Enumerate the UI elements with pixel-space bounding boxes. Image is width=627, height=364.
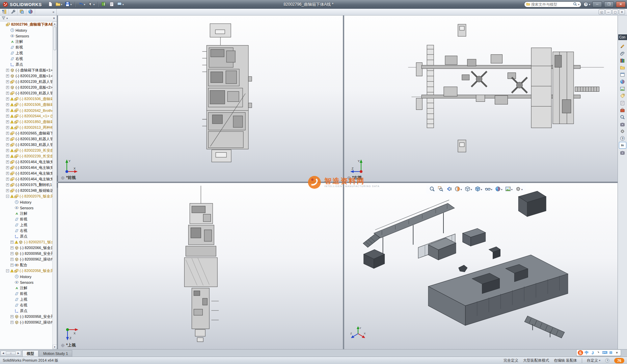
tree-item[interactable]: A注解 [0,285,52,291]
expand-box[interactable]: + [6,92,9,95]
tree-item[interactable]: +(-) 82002644_<1> (默认 [0,113,52,119]
task-pane-header[interactable]: Con [618,34,627,40]
restore-button[interactable]: ❐ [604,1,614,7]
scroll-down-icon[interactable]: ▼ [53,345,57,349]
tree-item[interactable]: +(-) 82002613_两种框架 [0,125,52,130]
edit-appearance-button[interactable]: ▾ [495,186,503,193]
expand-box[interactable]: + [6,86,9,89]
task-pane-help-icon[interactable]: ? [619,135,626,142]
viewport-horizontal-splitter[interactable] [58,182,618,183]
tree-item[interactable]: −(-) 82002058_钣金房 [0,268,52,274]
tree-item[interactable]: A注解 [0,211,52,216]
tree-item[interactable]: +(-) 82002239_长安曲轴 [0,153,52,159]
expand-box[interactable]: + [6,97,9,100]
viewport-right[interactable]: YZ *右视 [344,16,618,182]
tree-item[interactable]: −(-) 82002076_钣金房组 [0,193,52,199]
tree-item[interactable]: +(-) 82001209_底板<2> (默 [0,85,52,90]
doc-maximize-icon[interactable]: ▢ [612,9,618,14]
section-view-button[interactable]: ▾ [454,186,462,193]
task-pane-capture-icon[interactable] [619,149,626,156]
tree-item[interactable]: Sensors [0,33,52,39]
tree-item[interactable]: +(-) 82001464_电主轴支架 [0,176,52,182]
tree-item[interactable]: 右视 [0,302,52,308]
tree-item[interactable]: 右视 [0,56,52,62]
tab-motion-study-1[interactable]: Motion Study 1 [39,350,72,357]
expand-box[interactable]: + [10,246,13,249]
expand-box[interactable]: + [6,189,9,192]
edit-component-button[interactable] [100,1,108,8]
scroll-right-icon[interactable]: ▶ [16,351,21,355]
tree-item[interactable]: 上视 [0,222,52,228]
tree-item[interactable]: +(-) 82001348_板链输送机 [0,188,52,193]
search-chevron-icon[interactable]: ▾ [578,3,579,6]
doc-minimize-icon[interactable]: ─ [605,9,611,14]
tree-item[interactable]: +(-) 82002071_钣金 [0,239,52,245]
help-button[interactable]: ? ▾ [583,2,590,7]
expand-box[interactable]: + [10,252,13,255]
zoom-fit-button[interactable] [429,186,435,193]
expand-box[interactable]: + [6,80,9,83]
tree-item[interactable]: +(-) 82002066_钣金房 [0,245,52,251]
tree-item[interactable]: 前视 [0,44,52,50]
expand-box[interactable]: + [10,321,13,324]
tree-item[interactable]: 82002796_曲轴箱下体A线 [0,22,52,27]
tree-item[interactable]: 前视 [0,216,52,222]
task-pane-scenes-icon[interactable] [619,85,626,92]
ime-item[interactable]: 中 [584,350,589,355]
scrollbar-thumb[interactable]: ||| [6,352,16,355]
expand-box[interactable]: + [6,126,9,129]
tree-item[interactable]: Sensors [0,279,52,285]
collapse-box[interactable]: − [6,195,9,198]
hide-show-items-button[interactable]: ▾ [485,186,493,193]
ime-item[interactable]: ⌨ [602,350,607,355]
tree-item[interactable]: +(-) 82001383_机器人管线 [0,142,52,148]
propertymanager-tab[interactable] [9,9,18,15]
zoom-area-button[interactable] [437,186,444,193]
tree-item[interactable]: Sensors [0,205,52,211]
task-pane-instant-tool-icon[interactable]: In [619,142,626,149]
minimize-button[interactable]: ─ [592,1,602,7]
displaymanager-tab[interactable] [26,9,35,15]
search-icon[interactable] [573,2,577,7]
expand-box[interactable]: + [6,69,9,72]
tree-item[interactable]: +(-) 82002642_Brother [0,108,52,113]
tree-item[interactable]: +(-) 82001239_机器人管线 [0,90,52,96]
tree-item[interactable]: A注解 [0,39,52,44]
tree-item[interactable]: +(-) 82001506_曲轴箱双 [0,102,52,108]
status-customize-button[interactable]: 自定义▾ [587,358,600,363]
tree-item[interactable]: +(-) 82002239_长安曲轴 [0,148,52,153]
tree-item[interactable]: +(-) 82000962_操动件 [0,320,52,325]
previous-view-button[interactable] [446,186,452,193]
expand-box[interactable]: + [10,241,13,244]
tree-item[interactable]: History [0,27,52,33]
expand-box[interactable]: + [6,143,9,146]
task-pane-file-explorer-icon[interactable] [619,64,626,71]
collapse-box[interactable]: − [6,269,9,272]
tree-item[interactable]: +(-) 82000958_安全开关 [0,251,52,256]
expand-box[interactable]: + [6,149,9,152]
undo-button[interactable]: ▾ [77,1,86,8]
expand-box[interactable]: + [6,103,9,106]
expand-box[interactable]: + [6,155,9,158]
configurationmanager-tab[interactable] [18,9,26,15]
scroll-up-icon[interactable]: ▲ [53,22,57,26]
status-help-icon[interactable]: ? [605,358,609,363]
tree-item[interactable]: History [0,274,52,279]
tabs-overflow-button[interactable]: » [50,10,56,14]
tree-item[interactable]: 原点 [0,308,52,314]
tree-item[interactable]: +(-) 82001464_电主轴支架 [0,165,52,171]
ime-item[interactable]: S [578,350,583,355]
tree-item[interactable]: 上视 [0,297,52,302]
doc-restore-down-icon[interactable]: ◱ [599,9,605,14]
tree-item[interactable]: +(-) 82001850_曲轴箱下 [0,119,52,125]
expand-box[interactable]: + [6,172,9,175]
expand-box[interactable]: + [10,258,13,261]
task-pane-custom-properties-icon[interactable] [619,99,626,106]
filter-chevron-icon[interactable]: ▾ [6,17,8,20]
display-style-button[interactable]: ▾ [474,186,483,193]
task-pane-attachments-icon[interactable] [619,50,626,57]
expand-box[interactable]: + [6,115,9,118]
task-pane-design-library-icon[interactable] [619,57,626,64]
close-button[interactable]: ✕ [616,1,626,7]
new-document-button[interactable] [47,1,54,8]
